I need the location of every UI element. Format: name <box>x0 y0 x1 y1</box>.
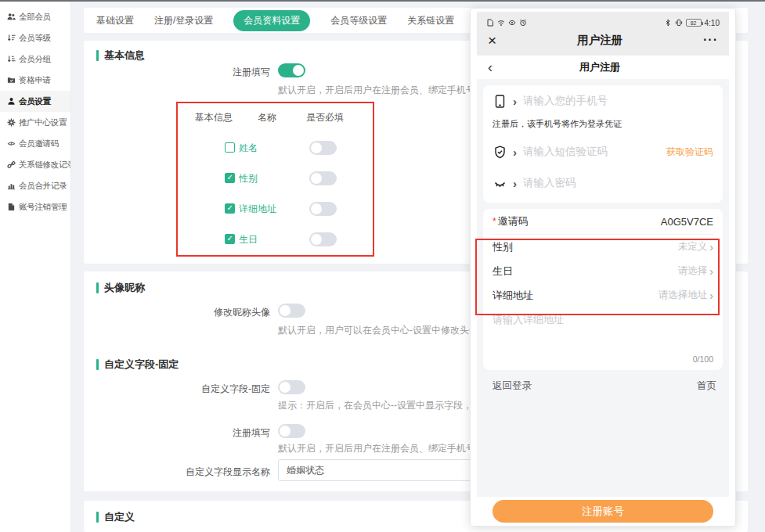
table-row: 详细地址 <box>178 202 373 217</box>
address-row[interactable]: 详细地址 请选择地址 <box>493 283 713 307</box>
checkbox-gender[interactable] <box>225 173 235 183</box>
sidebar-item-relation-chain-log[interactable]: 关系链修改记录 <box>0 154 70 175</box>
home-link[interactable]: 首页 <box>697 379 716 393</box>
register-account-button[interactable]: 注册账号 <box>493 500 713 523</box>
gender-row[interactable]: 性别 未定义 <box>493 235 713 259</box>
sms-code-field[interactable]: 请输入短信验证码 获取验证码 <box>493 136 713 167</box>
required-toggle-gender[interactable] <box>309 171 337 185</box>
checkbox-birthday[interactable] <box>225 234 235 244</box>
alarm-clock-icon <box>519 19 527 27</box>
sidebar-item-label: 关系链修改记录 <box>19 160 70 171</box>
vibrate-icon <box>675 19 683 27</box>
sidebar-item-label: 会员等级 <box>19 33 51 44</box>
sidebar-item-label: 账号注销管理 <box>19 202 67 213</box>
section-accent-bar <box>96 282 99 293</box>
phone-preview-panel: 82 4:10 × 用户注册 ··· ‹ 用户注册 请输入您的手机号 注册后，该… <box>470 8 736 527</box>
close-icon[interactable]: × <box>488 33 496 48</box>
sidebar-item-label: 会员设置 <box>19 96 51 107</box>
table-row: 生日 <box>178 232 373 248</box>
modify-nickname-avatar-label: 修改昵称头像 <box>84 306 270 319</box>
link-icon <box>6 160 16 170</box>
bar-chart-icon <box>6 182 16 191</box>
password-placeholder: 请输入密码 <box>523 176 576 190</box>
sidebar-item-invite-code[interactable]: </> 会员邀请码 <box>0 133 70 154</box>
section-accent-bar <box>96 512 99 523</box>
modify-nickname-avatar-desc: 默认开启，用户可以在会员中心-设置中修改头像昵称 <box>278 324 497 337</box>
phone-titlebar: × 用户注册 ··· <box>477 29 729 51</box>
phone-body: 请输入您的手机号 注册后，该手机号将作为登录凭证 请输入短信验证码 获取验证码 … <box>477 79 729 497</box>
address-placeholder: 请输入详细地址 <box>493 314 564 325</box>
tab-member-profile-settings[interactable]: 会员资料设置 <box>233 10 310 31</box>
register-fill-label: 注册填写 <box>84 66 270 79</box>
table-header-basic-info: 基本信息 <box>195 111 233 124</box>
folder-check-icon <box>6 76 16 85</box>
checkbox-name[interactable] <box>225 142 235 153</box>
table-row: 姓名 <box>178 141 373 156</box>
required-toggle-birthday[interactable] <box>309 232 337 246</box>
mobile-phone-icon <box>493 95 507 108</box>
invite-code-row[interactable]: * 邀请码 A0G5V7CE <box>493 209 713 235</box>
eye-closed-icon <box>493 177 507 190</box>
tab-basic-settings[interactable]: 基础设置 <box>96 14 134 27</box>
section-title-basic-info: 基本信息 <box>96 49 145 63</box>
sort-group-icon <box>6 55 16 64</box>
register-fill2-label: 注册填写 <box>84 426 270 440</box>
table-row: 性别 <box>178 171 373 187</box>
user-icon <box>6 97 16 106</box>
phone-number-field[interactable]: 请输入您的手机号 <box>493 85 713 117</box>
tab-member-level-settings[interactable]: 会员等级设置 <box>330 14 387 27</box>
bluetooth-icon <box>664 19 672 27</box>
sidebar: 全部会员 会员等级 会员分组 资格申请 会员设置 推广中心设置 </> 会员邀请… <box>0 2 71 532</box>
profile-fields-card: * 邀请码 A0G5V7CE 性别 未定义 生日 请选择 详细地址 请选择地址 … <box>483 209 723 370</box>
shield-check-icon <box>493 146 507 159</box>
custom-fixed-toggle[interactable] <box>278 380 305 394</box>
required-toggle-address[interactable] <box>309 202 337 216</box>
back-to-login-link[interactable]: 返回登录 <box>493 379 532 393</box>
more-menu-icon[interactable]: ··· <box>703 33 718 47</box>
sidebar-item-member-settings[interactable]: 会员设置 <box>0 91 70 112</box>
table-header-required: 是否必填 <box>306 111 344 124</box>
section-title-avatar-nickname: 头像昵称 <box>96 281 145 295</box>
sms-placeholder: 请输入短信验证码 <box>523 145 608 159</box>
get-code-button[interactable]: 获取验证码 <box>666 146 713 159</box>
required-toggle-name[interactable] <box>309 141 337 155</box>
phone-subtitle: 用户注册 <box>482 60 718 74</box>
password-field[interactable]: 请输入密码 <box>493 167 713 199</box>
section-title-custom-fixed: 自定义字段-固定 <box>96 358 179 372</box>
gear-icon <box>6 118 16 128</box>
checkbox-address[interactable] <box>225 203 235 214</box>
sidebar-item-qualification[interactable]: 资格申请 <box>0 70 70 91</box>
custom-fixed-label: 自定义字段-固定 <box>84 383 270 396</box>
chevron-right-icon <box>513 177 517 190</box>
register-fill-toggle[interactable] <box>278 63 305 77</box>
sidebar-item-all-members[interactable]: 全部会员 <box>0 6 70 27</box>
wifi-icon <box>497 19 505 27</box>
sidebar-item-promotion-settings[interactable]: 推广中心设置 <box>0 112 70 133</box>
register-fill2-toggle[interactable] <box>278 424 305 438</box>
register-fields-card: 请输入您的手机号 注册后，该手机号将作为登录凭证 请输入短信验证码 获取验证码 … <box>483 85 723 203</box>
window-top-edge <box>0 0 765 2</box>
sidebar-item-member-level[interactable]: 会员等级 <box>0 27 70 49</box>
basic-info-table-highlight: 基本信息 名称 是否必填 姓名 性别 详细地址 生日 <box>176 102 374 257</box>
eye-icon <box>508 19 516 27</box>
tab-relation-chain-settings[interactable]: 关系链设置 <box>407 14 454 27</box>
sidebar-item-label: 会员合并记录 <box>19 181 67 192</box>
phone-statusbar: 82 4:10 × 用户注册 ··· <box>477 12 729 56</box>
sidebar-item-merge-log[interactable]: 会员合并记录 <box>0 175 70 196</box>
char-counter: 0/100 <box>693 354 713 364</box>
birthday-row[interactable]: 生日 请选择 <box>493 259 713 283</box>
sidebar-item-account-cancellation[interactable]: 账号注销管理 <box>0 196 70 217</box>
tab-register-login-settings[interactable]: 注册/登录设置 <box>154 14 213 27</box>
modify-nickname-avatar-toggle[interactable] <box>278 304 305 318</box>
sort-level-icon <box>6 34 16 43</box>
detail-address-textarea[interactable]: 请输入详细地址 0/100 <box>493 307 713 367</box>
section-title-custom: 自定义 <box>96 510 135 524</box>
required-mark: * <box>493 216 496 227</box>
sidebar-item-member-group[interactable]: 会员分组 <box>0 49 70 70</box>
sidebar-item-label: 推广中心设置 <box>19 117 67 128</box>
invite-code-label: 邀请码 <box>498 214 529 228</box>
chevron-right-icon <box>513 146 517 159</box>
chevron-right-icon <box>709 265 713 278</box>
phone-hint: 注册后，该手机号将作为登录凭证 <box>493 117 713 136</box>
section-accent-bar <box>96 50 99 61</box>
